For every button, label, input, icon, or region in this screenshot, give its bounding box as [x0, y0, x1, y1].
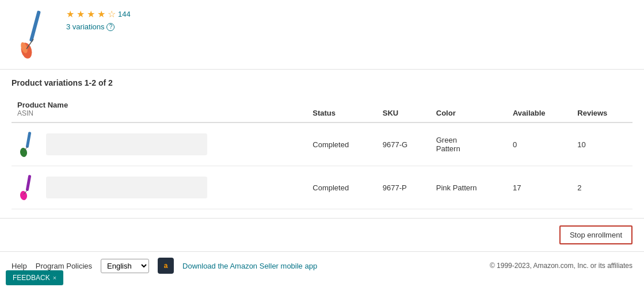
col-product-name: Product Name ASIN [12, 96, 307, 122]
star-half: ☆ [108, 9, 116, 20]
col-available: Available [507, 96, 571, 122]
row1-reviews: 10 [571, 122, 632, 166]
footer-actions: Stop enrollment [0, 218, 644, 251]
help-icon: ? [106, 23, 115, 31]
row1-available: 0 [507, 122, 571, 166]
program-policies-link[interactable]: Program Policies [36, 262, 92, 270]
star-3: ★ [87, 9, 95, 20]
copyright-text: © 1999-2023, Amazon.com, Inc. or its aff… [490, 262, 632, 270]
table-body: Completed 9677-G GreenPattern 0 10 [12, 122, 632, 209]
col-color: Color [430, 96, 507, 122]
row2-status: Completed [307, 166, 377, 209]
row2-name-inner [17, 173, 301, 202]
feedback-button[interactable]: FEEDBACK × [6, 270, 63, 279]
row1-status: Completed [307, 122, 377, 166]
col-sku: SKU [377, 96, 430, 122]
row2-image [17, 173, 40, 202]
star-rating: ★ ★ ★ ★ ☆ 144 [66, 9, 131, 20]
row2-name-box [46, 177, 207, 198]
svg-point-8 [20, 190, 28, 201]
product-info: ★ ★ ★ ★ ☆ 144 3 variations ? [66, 6, 131, 31]
row2-color: Pink Pattern [430, 166, 507, 209]
header-row: Product Name ASIN Status SKU Color Avail… [12, 96, 632, 122]
variations-link[interactable]: 3 variations ? [66, 22, 131, 31]
row1-image [17, 130, 40, 159]
variations-table: Product Name ASIN Status SKU Color Avail… [12, 96, 632, 209]
row2-available: 17 [507, 166, 571, 209]
row1-name-box [46, 133, 207, 155]
table-row: Completed 9677-P Pink Pattern 17 2 [12, 166, 632, 209]
star-4: ★ [97, 9, 105, 20]
svg-rect-7 [26, 175, 32, 191]
download-app-link[interactable]: Download the Amazon Seller mobile app [182, 262, 317, 270]
col-reviews: Reviews [571, 96, 632, 122]
amazon-app-icon: a [158, 258, 174, 274]
variations-text: 3 variations [66, 22, 104, 31]
row2-sku: 9677-P [377, 166, 430, 209]
svg-point-5 [20, 147, 28, 158]
row1-product-name-cell [12, 122, 307, 166]
svg-rect-4 [26, 132, 32, 148]
variations-table-section: Product variations 1-2 of 2 Product Name… [0, 70, 644, 218]
table-row: Completed 9677-G GreenPattern 0 10 [12, 122, 632, 166]
row1-wand-svg [18, 131, 40, 158]
main-product-image [12, 6, 58, 63]
product-wand-svg [16, 7, 54, 62]
col-asin-sub: ASIN [17, 109, 301, 117]
col-status: Status [307, 96, 377, 122]
feedback-close-icon[interactable]: × [53, 274, 56, 279]
feedback-label: FEEDBACK [13, 274, 50, 279]
row2-reviews: 2 [571, 166, 632, 209]
row1-sku: 9677-G [377, 122, 430, 166]
row2-wand-svg [18, 174, 40, 201]
top-product-section: ★ ★ ★ ★ ☆ 144 3 variations ? [0, 0, 644, 70]
variations-title: Product variations 1-2 of 2 [12, 78, 632, 87]
svg-rect-0 [29, 10, 40, 42]
review-count: 144 [118, 10, 131, 18]
table-header: Product Name ASIN Status SKU Color Avail… [12, 96, 632, 122]
row2-product-name-cell [12, 166, 307, 209]
help-link[interactable]: Help [12, 262, 27, 270]
page-footer: Help Program Policies English Español Fr… [0, 251, 644, 279]
stop-enrollment-button[interactable]: Stop enrollment [559, 225, 632, 244]
row1-color: GreenPattern [430, 122, 507, 166]
star-2: ★ [77, 9, 85, 20]
language-select[interactable]: English Español Français Deutsch [101, 259, 149, 273]
row1-name-inner [17, 130, 301, 159]
star-1: ★ [66, 9, 74, 20]
